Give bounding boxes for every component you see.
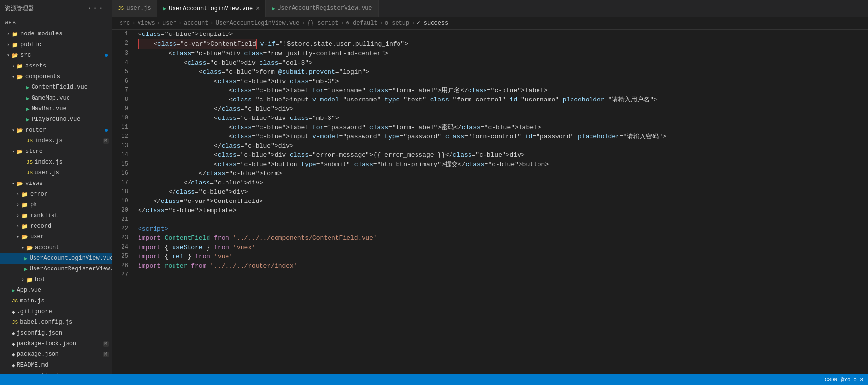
line-content: import { useStore } from 'vuex' [135, 243, 868, 252]
tree-item-node-modules[interactable]: ›📁node_modules [0, 29, 112, 39]
tree-item-pk[interactable]: ›📁pk [0, 200, 112, 210]
tree-item--gitignore[interactable]: ◆.gitignore [0, 306, 112, 317]
breadcrumb-item[interactable]: account [184, 20, 208, 27]
tree-item-account[interactable]: ▾📂account [0, 242, 112, 253]
breadcrumb-item[interactable]: views [138, 20, 155, 27]
line-number: 9 [112, 104, 135, 114]
code-line: 11 <class="c-blue">label for="password" … [112, 123, 868, 132]
code-editor[interactable]: 1<class="c-blue">template>2 <class="c-va… [112, 30, 868, 374]
tree-item-bot[interactable]: ›📁bot [0, 274, 112, 285]
tree-item-vue-config-js[interactable]: ▶vue.config.js [0, 370, 112, 374]
tree-label: PlayGround.vue [32, 116, 81, 123]
tree-item-router[interactable]: ▾📂router [0, 125, 112, 135]
tree-item-navbar-vue[interactable]: ▶NavBar.vue [0, 103, 112, 114]
code-line: 24import { useStore } from 'vuex' [112, 243, 868, 252]
folder-icon: 📁 [21, 213, 28, 219]
folder-arrow-icon: ▾ [5, 52, 12, 58]
line-content: </class="c-blue">div> [135, 104, 868, 114]
tree-item-record[interactable]: ›📁record [0, 221, 112, 232]
code-line: 20</class="c-blue">template> [112, 206, 868, 215]
tree-item-components[interactable]: ▾📂components [0, 71, 112, 82]
status-csdn: CSDN @YoLo-8 [825, 377, 863, 383]
tree-item-user[interactable]: ▾📂user [0, 232, 112, 242]
tab-label: user.js [126, 5, 151, 12]
tree-item-src[interactable]: ▾📂src [0, 50, 112, 61]
tree-item-playground-vue[interactable]: ▶PlayGround.vue [0, 114, 112, 125]
vue-file-icon: ▶ [26, 106, 30, 112]
line-content: <class="c-blue">input v-model="password"… [135, 132, 868, 141]
editor-area: src›views›user›account›UserAccountLoginV… [112, 17, 868, 374]
folder-arrow-icon: › [15, 224, 21, 229]
tree-item-ranklist[interactable]: ›📁ranklist [0, 210, 112, 221]
tree-item-public[interactable]: ›📁public [0, 39, 112, 50]
folder-arrow-icon: › [15, 202, 21, 208]
tab-user-js[interactable]: JSuser.js [112, 0, 157, 17]
sidebar-title: WEB [0, 17, 112, 29]
tree-item-contentfield-vue[interactable]: ▶ContentField.vue [0, 82, 112, 93]
tree-item-user-js[interactable]: JSuser.js [0, 167, 112, 178]
tree-item-error[interactable]: ›📁error [0, 189, 112, 200]
folder-icon: 📂 [12, 52, 18, 59]
line-number: 17 [112, 178, 135, 187]
tree-item-assets[interactable]: ›📁assets [0, 61, 112, 71]
breadcrumb-item[interactable]: ⊙ default [346, 19, 378, 27]
tree-item-useraccountregisterview-vue[interactable]: ▶UserAccountRegisterView.vue [0, 264, 112, 274]
tree-item-store[interactable]: ▾📂store [0, 146, 112, 157]
tree-item-readme-md[interactable]: ◆README.md [0, 360, 112, 370]
tree-label: node_modules [20, 31, 62, 37]
tree-item-package-json[interactable]: ◆package.jsonM [0, 349, 112, 360]
tree-label: index.js [35, 137, 63, 144]
file-icon: ◆ [12, 362, 15, 368]
tab-close-icon[interactable]: × [256, 5, 260, 12]
sidebar: WEB ›📁node_modules›📁public▾📂src›📁assets▾… [0, 17, 112, 374]
line-number: 8 [112, 95, 135, 104]
breadcrumb: src›views›user›account›UserAccountLoginV… [112, 17, 868, 30]
line-content: <class="c-blue">div class="col-3"> [135, 58, 868, 67]
breadcrumb-current[interactable]: ✓ success [417, 19, 448, 27]
tree-label: components [25, 73, 60, 80]
explorer-menu-icon[interactable]: ··· [87, 4, 104, 13]
code-line: 13 </class="c-blue">div> [112, 141, 868, 151]
line-number: 22 [112, 224, 135, 234]
folder-icon: 📂 [21, 234, 28, 240]
line-number: 6 [112, 77, 135, 86]
code-line: 16 </class="c-blue">form> [112, 169, 868, 178]
js-file-icon: JS [26, 170, 33, 176]
tree-item-gamemap-vue[interactable]: ▶GameMap.vue [0, 93, 112, 103]
tree-item-index-js[interactable]: JSindex.jsM [0, 135, 112, 146]
code-line: 19 </class="c-var">ContentField> [112, 197, 868, 206]
tree-label: router [25, 127, 46, 134]
breadcrumb-item[interactable]: {} script [307, 20, 339, 27]
tree-item-package-lock-json[interactable]: ◆package-lock.jsonM [0, 338, 112, 349]
tab-label: UserAccountRegisterView.vue [278, 5, 372, 12]
folder-icon: 📂 [17, 74, 23, 80]
breadcrumb-item[interactable]: UserAccountLoginView.vue [216, 20, 300, 27]
tree-item-main-js[interactable]: JSmain.js [0, 296, 112, 306]
line-number: 23 [112, 234, 135, 243]
code-line: 15 <class="c-blue">button type="submit" … [112, 160, 868, 169]
breadcrumb-item[interactable]: user [162, 20, 176, 27]
code-line: 7 <class="c-blue">label for="username" c… [112, 86, 868, 95]
folder-icon: 📁 [21, 202, 28, 208]
tree-item-views[interactable]: ▾📂views [0, 178, 112, 189]
tab-label: UserAccountLoginView.vue [169, 5, 253, 12]
breadcrumb-item[interactable]: ⚙ setup [385, 19, 409, 27]
tree-item-index-js[interactable]: JSindex.js [0, 157, 112, 167]
line-number: 12 [112, 132, 135, 141]
line-content: <class="c-blue">form @submit.prevent="lo… [135, 67, 868, 77]
folder-arrow-icon: › [15, 213, 21, 218]
folder-arrow-icon: › [19, 277, 26, 283]
tree-item-babel-config-js[interactable]: JSbabel.config.js [0, 317, 112, 328]
tree-item-app-vue[interactable]: ▶App.vue [0, 285, 112, 296]
tab-register-view[interactable]: ▶UserAccountRegisterView.vue [266, 0, 378, 17]
tree-label: public [20, 41, 41, 48]
line-number: 7 [112, 86, 135, 95]
code-line: 18 </class="c-blue">div> [112, 187, 868, 197]
tab-login-view[interactable]: ▶UserAccountLoginView.vue× [157, 0, 266, 17]
tree-item-useraccountloginview-vue[interactable]: ▶UserAccountLoginView.vue [0, 253, 112, 264]
breadcrumb-item[interactable]: src [120, 20, 130, 27]
tree-label: ContentField.vue [32, 84, 87, 91]
code-line: 17 </class="c-blue">div> [112, 178, 868, 187]
tree-item-jsconfig-json[interactable]: ◆jsconfig.json [0, 328, 112, 338]
file-icon: ◆ [12, 341, 15, 347]
